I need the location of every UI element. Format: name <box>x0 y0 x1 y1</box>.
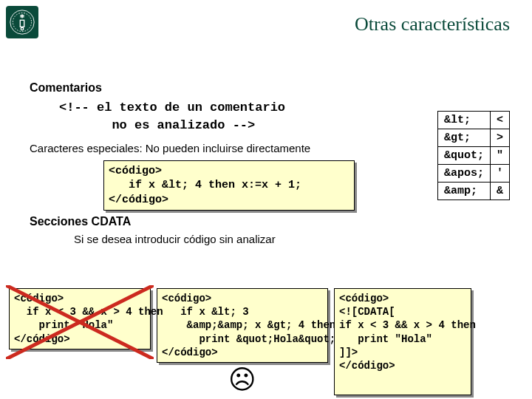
entity-reference-table: &lt;< &gt;> &quot;" &apos;' &amp;& <box>437 111 510 200</box>
table-row: &apos;' <box>437 165 509 183</box>
cdata-examples-row: <código> if x < 3 && x > 4 then print "H… <box>9 288 523 395</box>
svg-rect-2 <box>20 20 24 27</box>
code-escaped-example: <código> if x &lt; 4 then x:=x + 1; </có… <box>103 160 355 211</box>
code-cdata-correct: <código> <![CDATA[ if x < 3 && x > 4 the… <box>334 288 471 395</box>
slide-title: Otras características <box>355 13 510 35</box>
table-row: &lt;< <box>437 112 509 129</box>
sad-face-icon: ☹ <box>157 364 328 395</box>
heading-cdata: Secciones CDATA <box>30 215 517 228</box>
heading-comments: Comentarios <box>30 81 517 95</box>
table-row: &quot;" <box>437 147 509 165</box>
code-bad-unescaped: <código> if x < 3 && x > 4 then print "H… <box>9 288 151 349</box>
table-row: &amp;& <box>437 183 509 200</box>
table-row: &gt;> <box>437 129 509 147</box>
svg-point-3 <box>21 27 24 30</box>
code-bad-escaped: <código> if x &lt; 3 &amp;&amp; x &gt; 4… <box>157 288 328 363</box>
cdata-description: Si se desea introducir código sin analiz… <box>74 233 517 245</box>
institution-logo <box>6 6 38 38</box>
